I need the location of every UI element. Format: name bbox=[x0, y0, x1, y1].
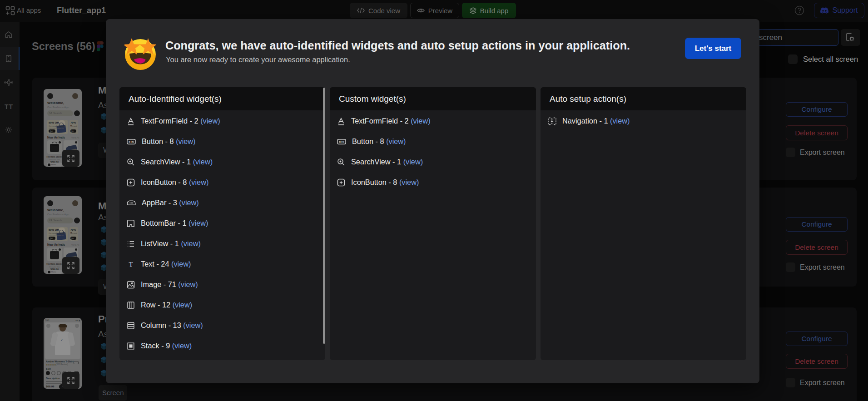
svg-text:BTN: BTN bbox=[129, 140, 134, 143]
svg-text:T: T bbox=[129, 261, 133, 268]
svg-text:BTN: BTN bbox=[339, 140, 344, 143]
